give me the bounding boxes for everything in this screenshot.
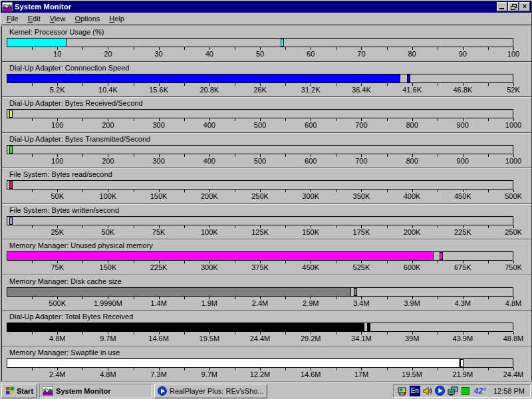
tick-mark (488, 297, 489, 299)
tick-mark (82, 368, 83, 370)
tick-mark (32, 190, 33, 192)
tick-mark (32, 261, 33, 263)
tick-label: 15.6K (149, 86, 168, 94)
tick-mark (336, 297, 336, 299)
gauge-label: File System: Bytes read/second (2, 168, 531, 180)
tick-mark (285, 190, 286, 192)
minimize-button[interactable] (497, 2, 507, 11)
gauge-scale: 2.4M4.8M7.3M9.7M12.2M14.6M17M19.5M21.9M2… (7, 368, 513, 380)
tick-label: 450K (454, 192, 471, 200)
tick-mark (488, 154, 489, 157)
gauge-label: Memory Manager: Disk cache size (2, 275, 531, 287)
tick-mark (134, 225, 134, 228)
volume-icon[interactable] (422, 386, 433, 396)
tick-mark (387, 190, 388, 192)
tick-label: 14.6M (148, 334, 169, 342)
tick-label: 200 (102, 121, 114, 129)
tick-mark (387, 297, 388, 299)
gauge-bar (7, 323, 364, 331)
tick-label: 500 (254, 157, 266, 165)
gauge-label: Dial-Up Adapter: Connnection Speed (2, 62, 531, 74)
tick-mark (387, 225, 388, 228)
tick-mark (285, 154, 286, 157)
restore-button[interactable] (508, 2, 519, 11)
tick-label: 300K (201, 263, 218, 271)
menu-edit[interactable]: Edit (23, 13, 45, 24)
tick-label: 100 (507, 50, 519, 58)
close-button[interactable]: × (519, 2, 530, 11)
gauge-section: File System: Bytes written/second25K50K7… (2, 203, 531, 239)
tick-label: 26K (253, 86, 267, 94)
tick-label: 3.9M (404, 299, 420, 307)
tick-mark (285, 225, 286, 228)
tick-mark (285, 332, 286, 334)
meter-icon[interactable] (460, 386, 471, 396)
weather-temperature[interactable]: 42° (473, 386, 487, 396)
tick-mark (184, 261, 185, 263)
tick-label: 80 (408, 50, 416, 58)
tick-label: 41.6K (402, 86, 422, 94)
tick-label: 52K (507, 86, 520, 94)
tick-label: 150K (150, 192, 168, 200)
menu-options[interactable]: Options (70, 13, 104, 24)
tick-label: 900 (457, 121, 469, 129)
task-button-realplayer[interactable]: RealPlayer Plus: REv'sSho... (154, 384, 267, 398)
tick-mark (82, 47, 83, 50)
tick-label: 400 (203, 121, 215, 129)
tick-mark (32, 154, 33, 157)
gauge-bar-track (7, 251, 513, 261)
system-monitor-icon (2, 2, 13, 11)
tick-mark (336, 261, 336, 263)
tick-label: 300 (152, 121, 164, 129)
gauge-peak-marker (9, 146, 13, 154)
gauge-section: File System: Bytes read/second50K100K150… (2, 168, 531, 203)
title-bar[interactable]: System Monitor × (1, 1, 531, 13)
tick-mark (32, 332, 33, 334)
tick-label: 4.8M (49, 334, 65, 342)
tick-mark (134, 368, 134, 370)
gauge-bar-track (7, 180, 513, 190)
gauge-bar-track (7, 216, 513, 225)
start-button[interactable]: Start (1, 384, 37, 398)
taskbar-clock[interactable]: 12:58 PM (489, 387, 525, 395)
tick-mark (488, 190, 489, 192)
menu-help[interactable]: Help (104, 13, 129, 24)
gauge-scale: 1002003004005006007008009001000 (7, 118, 513, 130)
gauge-section: Dial-Up Adapter: Bytes Transmitted/Secon… (2, 132, 531, 168)
tick-label: 40 (205, 50, 213, 58)
tick-mark (134, 118, 134, 121)
tick-mark (336, 368, 336, 370)
tick-mark (438, 118, 438, 121)
tick-label: 100K (100, 192, 117, 200)
gauge-peak-marker (354, 288, 357, 296)
tick-mark (285, 368, 286, 370)
tick-mark (82, 190, 83, 192)
tick-label: 75K (51, 263, 64, 271)
tick-label: 46.8K (453, 86, 472, 94)
tick-mark (235, 154, 235, 157)
tick-mark (488, 83, 489, 86)
tick-label: 200 (102, 157, 114, 165)
tick-mark (184, 225, 185, 228)
dialup-network-icon[interactable] (448, 386, 458, 396)
system-agent-icon[interactable] (397, 386, 408, 396)
tick-mark (184, 154, 185, 157)
language-indicator[interactable]: En (410, 386, 420, 396)
gauge-bar-track (7, 287, 513, 297)
realplayer-tray-icon[interactable] (435, 386, 446, 396)
gauge-peak-marker (9, 217, 13, 225)
gauge-label: Dial-Up Adapter: Bytes Transmitted/Secon… (2, 133, 531, 145)
menu-file[interactable]: File (2, 13, 23, 24)
tick-label: 125K (251, 228, 269, 236)
gauge-section: Dial-Up Adapter: Total Bytes Received4.8… (2, 310, 531, 346)
tick-mark (184, 118, 185, 121)
tick-mark (82, 297, 83, 299)
gauge-peak-marker (281, 39, 284, 47)
task-button-system-monitor[interactable]: System Monitor (39, 384, 152, 398)
task-label: RealPlayer Plus: REv'sSho... (170, 387, 264, 395)
tick-mark (488, 47, 489, 50)
menu-view[interactable]: View (45, 13, 70, 24)
gauge-label: Dial-Up Adapter: Bytes Received/Second (2, 97, 531, 109)
tick-label: 39M (405, 334, 419, 342)
gauge-list: Kernel: Processor Usage (%)1020304050607… (1, 26, 531, 381)
